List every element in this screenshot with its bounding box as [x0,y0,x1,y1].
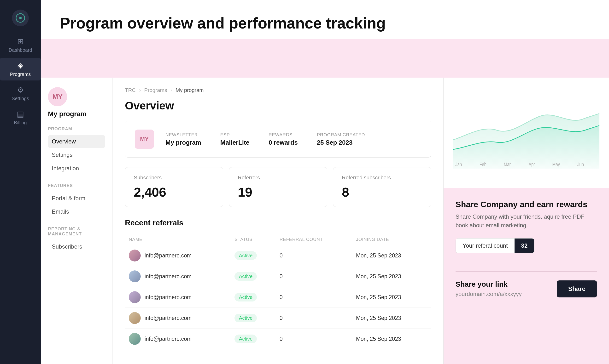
program-esp: ESP MailerLite [220,132,249,146]
svg-text:Jan: Jan [455,161,462,167]
program-details: NEWSLETTER My program ESP MailerLite Rew… [166,132,365,146]
stat-referrers: Referrers 19 [229,167,327,207]
rewards-value: 0 rewards [269,139,298,146]
svg-text:May: May [552,161,560,167]
cell-status: Active [231,266,276,287]
nav-item-portal-form[interactable]: Portal & form [48,192,105,205]
cell-joining-date: Mon, 25 Sep 2023 [352,245,431,266]
cell-name: info@partnero.com [125,329,231,349]
features-section-title: FEATURES [48,183,105,188]
share-link-title: Share your link [456,280,522,288]
cell-referral-count: 0 [276,308,352,329]
referrals-table: NAME STATUS REFERRAL COUNT JOINING DATE … [125,234,431,349]
cell-joining-date: Mon, 25 Sep 2023 [352,266,431,287]
program-created: Program created 25 Sep 2023 [317,132,365,146]
referral-count-value: 32 [514,238,534,253]
stats-row: Subscribers 2,406 Referrers 19 Referred … [125,167,431,207]
sidebar-item-programs[interactable]: ◈ Programs [0,58,41,80]
programs-icon: ◈ [17,61,24,70]
breadcrumb-sep-2: › [170,87,172,93]
program-card-initials: MY [140,136,149,143]
settings-icon: ⚙ [17,85,24,94]
nav-item-integration[interactable]: Integration [48,162,105,175]
sidebar-label-billing: Billing [14,120,27,126]
share-title: Share Company and earn rewards [456,200,597,209]
nav-section-program: PROGRAM Overview Settings Integration [48,126,105,175]
page-title: Program overview and performance trackin… [60,14,590,32]
app-logo [12,10,29,26]
table-row: info@partnero.com Active 0 Mon, 25 Sep 2… [125,329,431,349]
created-label: Program created [317,132,365,137]
top-header: Program overview and performance trackin… [41,0,609,39]
secondary-sidebar: MY My program PROGRAM Overview Settings … [41,78,113,364]
col-name: NAME [125,234,231,245]
cell-status: Active [231,308,276,329]
program-newsletter: NEWSLETTER My program [166,132,201,146]
share-desc: Share Company with your friends, aquire … [456,212,597,230]
table-row: info@partnero.com Active 0 Mon, 25 Sep 2… [125,245,431,266]
recent-referrals-title: Recent referrals [125,218,431,227]
billing-icon: ▤ [17,109,24,118]
program-rewards: Rewards 0 rewards [269,132,298,146]
cell-joining-date: Mon, 25 Sep 2023 [352,287,431,308]
esp-label: ESP [220,132,249,137]
sidebar-label-dashboard: Dashboard [9,47,32,53]
sidebar-label-programs: Programs [10,72,31,77]
program-card: MY NEWSLETTER My program ESP MailerLite … [125,121,431,157]
cell-name: info@partnero.com [125,308,231,329]
left-panel: TRC › Programs › My program Overview MY … [113,78,443,364]
breadcrumb-sep-1: › [139,87,141,93]
referral-count-label: Your referal count [456,238,514,253]
subscribers-label: Subscribers [134,175,214,181]
cell-status: Active [231,329,276,349]
chart-area: Jan Feb Mar Apr May Jun [443,78,609,188]
cell-referral-count: 0 [276,287,352,308]
col-referral-count: REFERRAL COUNT [276,234,352,245]
program-initials: MY [53,93,63,101]
cell-status: Active [231,287,276,308]
nav-item-subscribers[interactable]: Subscribers [48,240,105,253]
newsletter-value: My program [166,139,201,146]
dashboard-icon: ⊞ [17,37,24,46]
svg-text:Apr: Apr [529,161,535,167]
pink-section: Share Company and earn rewards Share Com… [443,188,609,364]
referrers-value: 19 [238,185,318,199]
svg-text:Feb: Feb [480,161,486,167]
divider [456,271,597,272]
share-link-url: yourdomain.com/a/xxxyyy [456,291,522,298]
svg-text:Jun: Jun [577,161,584,167]
cell-referral-count: 0 [276,329,352,349]
sidebar-item-settings[interactable]: ⚙ Settings [0,82,41,105]
col-joining-date: JOINING DATE [352,234,431,245]
chart-svg: Jan Feb Mar Apr May Jun [453,87,599,169]
table-row: info@partnero.com Active 0 Mon, 25 Sep 2… [125,308,431,329]
sidebar-label-settings: Settings [12,96,29,101]
breadcrumb-trc[interactable]: TRC [125,87,136,93]
pink-banner [41,39,609,78]
breadcrumb: TRC › Programs › My program [125,87,431,93]
nav-section-reporting: REPORTING & MANAGEMENT Subscribers [48,227,105,253]
sidebar-nav: ⊞ Dashboard ◈ Programs ⚙ Settings ▤ Bill… [0,34,41,129]
stat-subscribers: Subscribers 2,406 [125,167,223,207]
sidebar-item-billing[interactable]: ▤ Billing [0,106,41,129]
cell-referral-count: 0 [276,245,352,266]
referred-value: 8 [342,185,422,199]
cell-status: Active [231,245,276,266]
rewards-label: Rewards [269,132,298,137]
reporting-section-title: REPORTING & MANAGEMENT [48,227,105,237]
breadcrumb-programs[interactable]: Programs [144,87,167,93]
share-link-row: Share your link yourdomain.com/a/xxxyyy … [456,280,597,298]
share-button[interactable]: Share [557,280,597,298]
nav-item-overview[interactable]: Overview [48,135,105,148]
right-panel: Jan Feb Mar Apr May Jun Share Company an… [443,78,609,364]
program-name: My program [48,110,105,118]
main-area: Program overview and performance trackin… [41,0,609,364]
program-avatar: MY [48,87,67,106]
referrers-label: Referrers [238,175,318,181]
sidebar-item-dashboard[interactable]: ⊞ Dashboard [0,34,41,56]
program-section-title: PROGRAM [48,126,105,131]
referral-count-box: Your referal count 32 [456,238,534,253]
overview-title: Overview [125,99,431,112]
nav-item-settings[interactable]: Settings [48,149,105,161]
nav-item-emails[interactable]: Emails [48,206,105,218]
